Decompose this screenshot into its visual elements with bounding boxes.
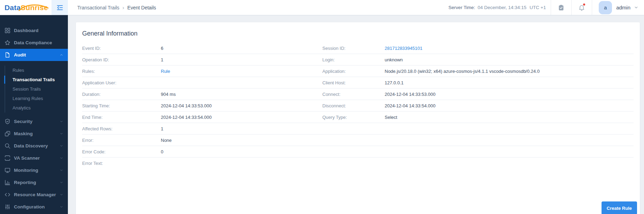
collapse-sidebar-icon [56,4,64,12]
collapse-sidebar-button[interactable] [52,0,68,15]
field-row: Error Code:0 [82,146,634,158]
clipboard-check-icon [558,4,565,11]
main-content: General Information Event ID:6Session ID… [68,15,644,214]
sidebar-item-session-trails[interactable]: Session Trails [0,84,68,94]
field-value: 2024-12-04 14:33:53.000 [161,103,322,108]
field-value: 2024-12-04 14:33:53.000 [385,92,634,97]
sidebar-item-dashboard[interactable]: Dashboard [0,24,68,37]
sidebar-item-reporting[interactable]: Reporting [0,176,68,189]
sidebar-item-data-discovery[interactable]: Data Discovery [0,140,68,152]
sidebar-item-rules[interactable]: Rules [0,66,68,75]
field-row: Duration:904 msConnect:2024-12-04 14:33:… [82,89,634,100]
session-id-link[interactable]: 281712833945101 [385,46,634,51]
sidebar-item-label: Resource Manager [14,192,60,197]
field-label: Error Text: [82,161,161,166]
chevron-down-icon [60,132,63,136]
field-value: None [161,138,322,143]
sidebar-item-resource-manager[interactable]: Resource Manager [0,189,68,201]
breadcrumb-current: Event Details [127,5,156,10]
field-label: Query Type: [322,115,385,120]
sidebar-item-label: Data Compliance [14,40,63,45]
field-value: 2024-12-04 14:33:54.000 [385,103,634,108]
field-grid: Event ID:6Session ID:281712833945101Oper… [82,43,634,169]
field-value: 2024-12-04 14:33:54.000 [161,115,322,120]
body-row: DashboardData ComplianceAuditRulesTransa… [0,15,644,214]
star-icon [4,39,11,46]
chevron-down-icon [60,120,63,123]
sidebar-item-configuration[interactable]: Configuration [0,201,68,213]
chevron-down-icon [634,5,638,10]
sidebar-item-security[interactable]: Security [0,115,68,128]
field-label: Disconnect: [322,103,385,108]
sidebar-item-label: Data Discovery [14,143,60,148]
field-value: 1 [161,57,322,62]
sidebar-item-label: Masking [14,131,60,136]
rule-link[interactable]: Rule [161,69,322,74]
sidebar-item-label: Configuration [14,204,60,209]
app: DataSunrise Transactional Trails › Event… [0,0,644,214]
app-header: DataSunrise Transactional Trails › Event… [0,0,644,15]
sidebar-item-monitoring[interactable]: Monitoring [0,164,68,176]
logo[interactable]: DataSunrise [0,3,52,12]
sidebar-item-masking[interactable]: Masking [0,128,68,140]
code-icon [4,191,11,198]
chevron-down-icon [60,193,63,197]
field-row: End Time:2024-12-04 14:33:54.000Query Ty… [82,112,634,123]
sidebar-item-label: Audit [14,52,60,58]
logo-text-sunrise: Sunrise [21,3,48,12]
chevron-down-icon [60,205,63,209]
chevron-up-icon [60,53,63,57]
field-label: Starting Time: [82,103,161,108]
field-label: Application User: [82,80,161,85]
user-menu[interactable]: a admin [592,0,638,15]
field-value: Select [385,115,634,120]
search-icon [4,143,11,149]
field-row: Application User:Client Host:127.0.0.1 [82,77,634,89]
sidebar-item-learning-rules[interactable]: Learning Rules [0,94,68,103]
sidebar-item-label: Security [14,119,60,124]
sidebar-item-va-scanner[interactable]: VA Scanner [0,152,68,164]
chevron-down-icon [60,144,63,148]
bar-chart-icon [4,179,11,186]
breadcrumb: Transactional Trails › Event Details [77,5,156,10]
logo-text-data: Data [5,3,21,12]
create-rule-button[interactable]: Create Rule [602,201,637,214]
sidebar-item-audit[interactable]: Audit [0,49,68,61]
field-label: Event ID: [82,46,161,51]
audit-document-icon [4,52,11,58]
breadcrumb-parent[interactable]: Transactional Trails [77,5,119,10]
sliders-icon [4,204,11,210]
field-row: Operation ID:1Login:unknown [82,54,634,66]
field-label: Affected Rows: [82,126,161,131]
chevron-down-icon [60,168,63,172]
field-label: Connect: [322,92,385,97]
shield-check-icon [4,118,11,125]
chevron-down-icon [60,156,63,160]
sidebar-item-label: Dashboard [14,28,63,33]
field-value: 904 ms [161,92,322,97]
field-label: Rules: [82,69,161,74]
field-label: Login: [322,57,385,62]
server-time-timezone: UTC +1 [529,5,546,10]
field-value: 1 [161,126,322,131]
sidebar-nav: DashboardData ComplianceAuditRulesTransa… [0,15,68,214]
field-label: Error Code: [82,149,161,154]
sidebar-item-analytics[interactable]: Analytics [0,103,68,113]
section-title: General Information [82,22,634,43]
field-label: Application: [322,69,385,74]
chevron-down-icon [60,181,63,184]
field-label: Session ID: [322,46,385,51]
sidebar-item-transactional-trails[interactable]: Transactional Trails [0,75,68,84]
field-row: Affected Rows:1 [82,123,634,135]
field-row: Starting Time:2024-12-04 14:33:53.000Dis… [82,100,634,112]
sidebar-item-data-compliance[interactable]: Data Compliance [0,37,68,49]
field-value: unknown [385,57,634,62]
tasks-button[interactable] [551,0,571,15]
scanner-icon [4,155,11,161]
field-value: 6 [161,46,322,51]
field-row: Rules:RuleApplication:Node.js/20.18.0 (w… [82,66,634,77]
avatar-letter: a [604,5,607,10]
field-value: Node.js/20.18.0 (win32; x64) azure-cosmo… [385,69,634,74]
notifications-button[interactable] [572,0,592,15]
field-label: Error: [82,138,161,143]
